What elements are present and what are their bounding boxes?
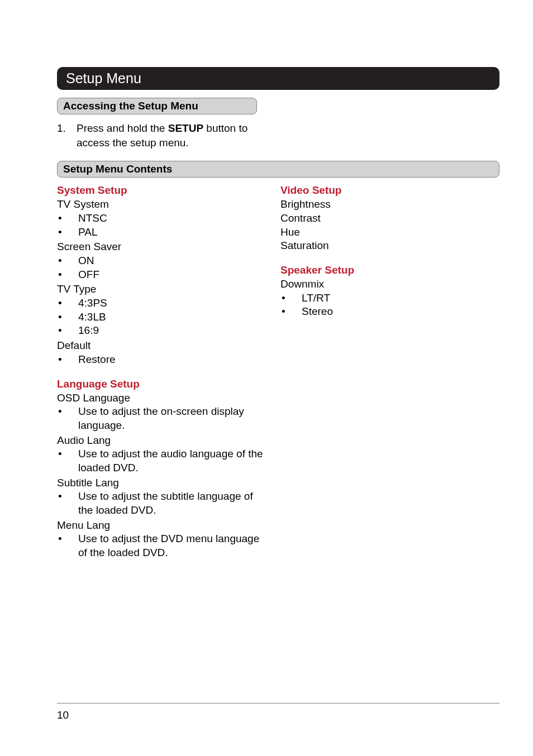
bullet-text: Use to adjust the on-screen display lang… (77, 405, 264, 432)
menu-lang-label: Menu Lang (57, 519, 264, 533)
text-bold: SETUP (168, 122, 203, 134)
hue-label: Hue (280, 226, 487, 240)
content-columns: System Setup TV System • NTSC • PAL Scre… (57, 184, 499, 561)
bullet-icon: • (57, 405, 67, 432)
osd-language-label: OSD Language (57, 391, 264, 405)
bullet-ltrt: • LT/RT (280, 291, 487, 305)
bullet-43lb: • 4:3LB (57, 310, 264, 324)
bullet-icon: • (57, 296, 67, 310)
subsection-accessing: Accessing the Setup Menu (57, 98, 257, 114)
bullet-icon: • (280, 291, 291, 305)
bullet-audio-desc: • Use to adjust the audio language of th… (57, 447, 264, 475)
bullet-icon: • (57, 254, 67, 268)
bullet-subtitle-desc: • Use to adjust the subtitle language of… (57, 490, 264, 517)
video-setup-heading: Video Setup (280, 184, 487, 197)
bullet-osd-desc: • Use to adjust the on-screen display la… (57, 405, 264, 432)
bullet-169: • 16:9 (57, 324, 264, 338)
bullet-text: Stereo (301, 305, 487, 319)
tv-type-label: TV Type (57, 283, 264, 296)
bullet-text: 16:9 (77, 324, 264, 338)
section-title: Setup Menu (57, 67, 499, 90)
bullet-icon: • (57, 447, 67, 475)
text-pre: Press and hold the (77, 122, 168, 134)
page-footer: 10 (57, 703, 499, 721)
subtitle-lang-label: Subtitle Lang (57, 476, 264, 490)
list-number: 1. (57, 121, 77, 150)
bullet-icon: • (57, 212, 67, 226)
bullet-icon: • (57, 532, 67, 559)
bullet-icon: • (280, 305, 291, 319)
bullet-icon: • (57, 353, 67, 367)
system-setup-heading: System Setup (57, 184, 264, 197)
bullet-icon: • (57, 310, 67, 324)
bullet-43ps: • 4:3PS (57, 296, 264, 310)
bullet-off: • OFF (57, 268, 264, 282)
brightness-label: Brightness (280, 198, 487, 212)
bullet-text: NTSC (77, 212, 264, 226)
instruction-item: 1. Press and hold the SETUP button to ac… (57, 121, 499, 150)
bullet-menu-desc: • Use to adjust the DVD menu language of… (57, 532, 264, 559)
page-content: Setup Menu Accessing the Setup Menu 1. P… (0, 0, 533, 561)
bullet-text: ON (77, 254, 264, 268)
bullet-text: 4:3PS (77, 296, 264, 310)
contrast-label: Contrast (280, 212, 487, 226)
bullet-stereo: • Stereo (280, 305, 487, 319)
language-setup-heading: Language Setup (57, 378, 264, 390)
left-column: System Setup TV System • NTSC • PAL Scre… (57, 184, 264, 561)
right-column: Video Setup Brightness Contrast Hue Satu… (280, 184, 487, 561)
bullet-ntsc: • NTSC (57, 212, 264, 226)
bullet-text: LT/RT (301, 291, 487, 305)
tv-system-label: TV System (57, 198, 264, 212)
downmix-label: Downmix (280, 277, 487, 291)
bullet-text: Use to adjust the audio language of the … (77, 447, 264, 475)
bullet-icon: • (57, 490, 67, 517)
subsection-contents: Setup Menu Contents (57, 161, 499, 178)
bullet-text: 4:3LB (77, 310, 264, 324)
bullet-on: • ON (57, 254, 264, 268)
bullet-text: PAL (77, 226, 264, 240)
bullet-text: OFF (77, 268, 264, 282)
bullet-text: Use to adjust the subtitle language of t… (77, 490, 264, 517)
bullet-icon: • (57, 324, 67, 338)
speaker-setup-heading: Speaker Setup (280, 264, 487, 276)
default-label: Default (57, 339, 264, 353)
bullet-text: Use to adjust the DVD menu language of t… (77, 532, 264, 559)
bullet-icon: • (57, 268, 67, 282)
audio-lang-label: Audio Lang (57, 434, 264, 448)
page-number: 10 (57, 709, 69, 721)
instruction-list: 1. Press and hold the SETUP button to ac… (57, 121, 499, 150)
saturation-label: Saturation (280, 239, 487, 253)
bullet-restore: • Restore (57, 353, 264, 367)
bullet-pal: • PAL (57, 226, 264, 240)
bullet-icon: • (57, 226, 67, 240)
bullet-text: Restore (77, 353, 264, 367)
instruction-text: Press and hold the SETUP button to acces… (77, 121, 250, 150)
screen-saver-label: Screen Saver (57, 240, 264, 254)
